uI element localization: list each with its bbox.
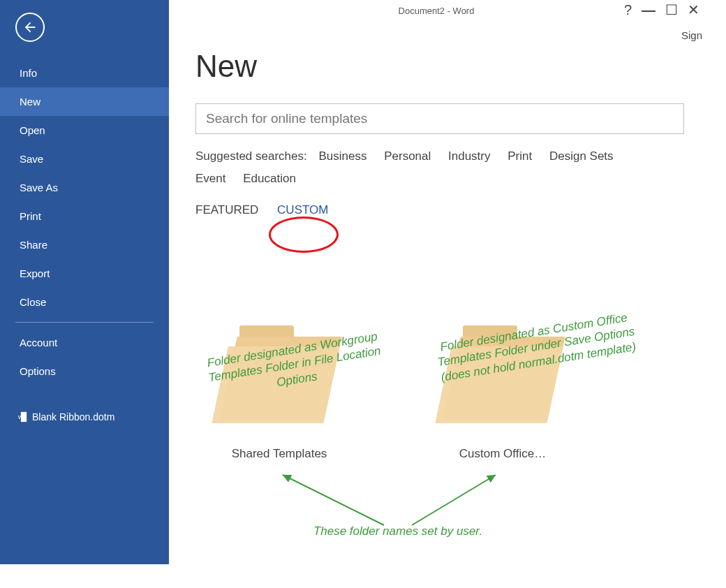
suggested-industry[interactable]: Industry	[448, 149, 490, 163]
main-content: New Search for online templates Suggeste…	[169, 0, 704, 564]
sidebar-item-new[interactable]: New	[0, 87, 169, 116]
sidebar-item-export[interactable]: Export	[0, 259, 169, 288]
suggested-education[interactable]: Education	[243, 172, 296, 185]
folder-icon	[443, 321, 562, 426]
suggested-personal[interactable]: Personal	[384, 149, 431, 163]
suggested-design-sets[interactable]: Design Sets	[549, 149, 614, 163]
tile-shared-templates[interactable]: Shared Templates	[209, 321, 349, 461]
tile-custom-office[interactable]: Custom Office…	[433, 321, 572, 461]
template-search-input[interactable]: Search for online templates	[195, 103, 684, 134]
sidebar-item-print[interactable]: Print	[0, 202, 169, 230]
tile-label: Shared Templates	[209, 447, 349, 461]
suggested-searches: Suggested searches: Business Personal In…	[195, 145, 684, 191]
sidebar-item-open[interactable]: Open	[0, 116, 169, 145]
folder-icon	[220, 321, 339, 426]
arrow-left-icon	[22, 20, 38, 35]
sidebar-item-save-as[interactable]: Save As	[0, 173, 169, 202]
page-title: New	[195, 49, 688, 84]
template-tabs: FEATURED CUSTOM	[195, 203, 688, 217]
backstage-sidebar: Info New Open Save Save As Print Share E…	[0, 0, 169, 564]
sidebar-item-account[interactable]: Account	[0, 328, 169, 357]
sidebar-item-share[interactable]: Share	[0, 230, 169, 259]
tab-custom[interactable]: CUSTOM	[277, 203, 328, 216]
suggested-business[interactable]: Business	[318, 149, 366, 163]
recent-file[interactable]: W Blank Ribbon.dotm	[0, 405, 169, 429]
sidebar-item-info[interactable]: Info	[0, 59, 169, 87]
suggested-print[interactable]: Print	[508, 149, 532, 163]
sidebar-item-close[interactable]: Close	[0, 288, 169, 316]
sidebar-item-save[interactable]: Save	[0, 145, 169, 173]
back-button[interactable]	[15, 13, 45, 42]
svg-text:W: W	[18, 414, 24, 420]
word-doc-icon: W	[15, 411, 28, 423]
suggested-label: Suggested searches:	[195, 149, 307, 163]
recent-file-label: Blank Ribbon.dotm	[32, 411, 114, 422]
search-placeholder: Search for online templates	[206, 111, 367, 126]
sidebar-item-options[interactable]: Options	[0, 357, 169, 385]
sidebar-divider	[15, 322, 154, 323]
tile-label: Custom Office…	[433, 447, 572, 461]
tab-featured[interactable]: FEATURED	[195, 203, 258, 216]
suggested-event[interactable]: Event	[195, 172, 225, 185]
